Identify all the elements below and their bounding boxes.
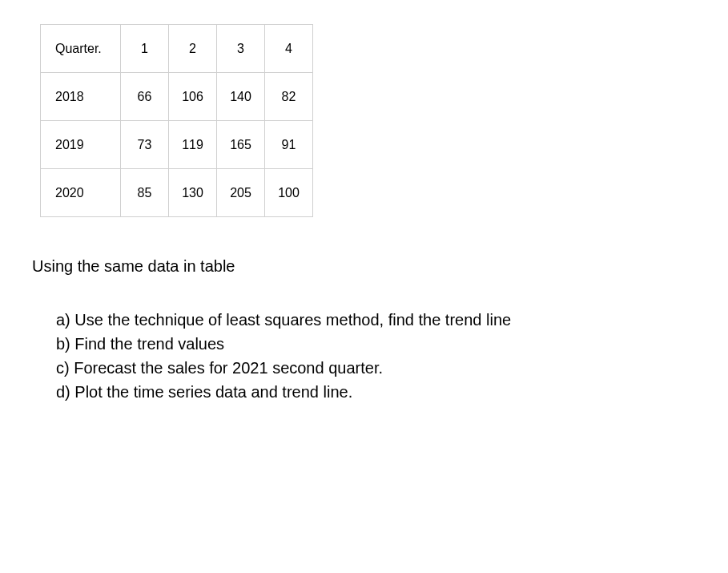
table-header-row: Quarter. 1 2 3 4 [41,25,313,73]
cell-2019-q1: 73 [121,121,169,169]
cell-2020-q3: 205 [217,169,265,217]
row-year-2018: 2018 [41,73,121,121]
col-header-4: 4 [265,25,313,73]
table-row: 2019 73 119 165 91 [41,121,313,169]
cell-2019-q4: 91 [265,121,313,169]
row-year-2019: 2019 [41,121,121,169]
question-list: a) Use the technique of least squares me… [56,308,688,404]
cell-2020-q4: 100 [265,169,313,217]
col-header-1: 1 [121,25,169,73]
cell-2018-q3: 140 [217,73,265,121]
cell-2019-q3: 165 [217,121,265,169]
cell-2018-q2: 106 [169,73,217,121]
cell-2020-q2: 130 [169,169,217,217]
question-c: c) Forecast the sales for 2021 second qu… [56,356,688,380]
table-header-label: Quarter. [41,25,121,73]
question-a: a) Use the technique of least squares me… [56,308,688,332]
data-table: Quarter. 1 2 3 4 2018 66 106 140 82 2019… [40,24,313,217]
document-body: Quarter. 1 2 3 4 2018 66 106 140 82 2019… [0,0,728,428]
question-b: b) Find the trend values [56,332,688,356]
cell-2018-q4: 82 [265,73,313,121]
question-d: d) Plot the time series data and trend l… [56,380,688,404]
row-year-2020: 2020 [41,169,121,217]
col-header-3: 3 [217,25,265,73]
table-row: 2018 66 106 140 82 [41,73,313,121]
cell-2019-q2: 119 [169,121,217,169]
cell-2020-q1: 85 [121,169,169,217]
intro-text: Using the same data in table [32,257,688,276]
col-header-2: 2 [169,25,217,73]
cell-2018-q1: 66 [121,73,169,121]
table-row: 2020 85 130 205 100 [41,169,313,217]
